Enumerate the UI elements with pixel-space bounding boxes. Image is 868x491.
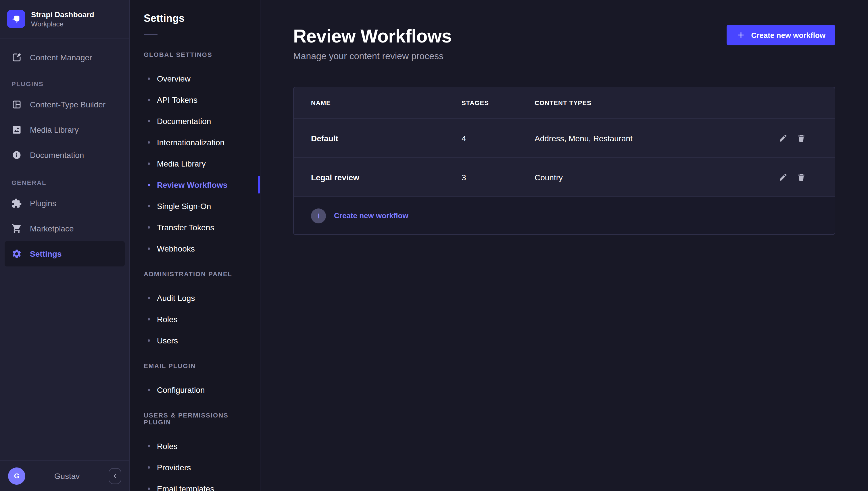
chevron-left-icon — [111, 472, 118, 479]
collapse-sidebar-button[interactable] — [109, 468, 121, 484]
main-content: Review Workflows Manage your content rev… — [261, 0, 868, 491]
bullet-icon — [148, 183, 150, 186]
sidebar-item-documentation[interactable]: Documentation — [5, 142, 125, 168]
trash-icon — [797, 134, 806, 143]
subnav-divider — [144, 34, 158, 35]
bullet-icon — [148, 297, 150, 299]
subnav-item-single-sign-on[interactable]: Single Sign-On — [130, 195, 260, 216]
subnav-section-administration-panel: ADMINISTRATION PANEL — [130, 270, 260, 278]
table-row[interactable]: Default 4 Address, Menu, Restaurant — [294, 118, 835, 157]
page-subtitle: Manage your content review process — [293, 51, 835, 62]
subnav-item-transfer-tokens[interactable]: Transfer Tokens — [130, 216, 260, 238]
workflow-content-types: Address, Menu, Restaurant — [535, 134, 754, 143]
main-sidebar: Strapi Dashboard Workplace Content Manag… — [0, 0, 130, 491]
subnav-section-email-plugin: EMAIL PLUGIN — [130, 363, 260, 369]
subnav-item-webhooks[interactable]: Webhooks — [130, 238, 260, 259]
bullet-icon — [148, 205, 150, 207]
settings-subnav: Settings GLOBAL SETTINGS Overview API To… — [130, 0, 261, 491]
sidebar-item-label: Media Library — [30, 125, 79, 134]
subnav-item-providers[interactable]: Providers — [130, 457, 260, 478]
sidebar-item-media-library[interactable]: Media Library — [5, 117, 125, 142]
subnav-item-audit-logs[interactable]: Audit Logs — [130, 287, 260, 308]
bullet-icon — [148, 247, 150, 250]
subnav-item-media-library[interactable]: Media Library — [130, 153, 260, 174]
column-header-name: NAME — [311, 99, 462, 106]
brand: Strapi Dashboard Workplace — [0, 0, 129, 38]
table-header-row: NAME STAGES CONTENT TYPES — [294, 87, 835, 118]
subnav-section-users-permissions-plugin: USERS & PERMISSIONS PLUGIN — [130, 412, 260, 426]
sidebar-item-label: Plugins — [30, 199, 56, 208]
bullet-icon — [148, 339, 150, 341]
sidebar-section-plugins: PLUGINS — [0, 80, 129, 87]
workflow-name: Legal review — [311, 173, 462, 182]
subnav-item-email-templates[interactable]: Email templates — [130, 478, 260, 491]
subnav-item-configuration[interactable]: Configuration — [130, 379, 260, 400]
sidebar-item-label: Marketplace — [30, 224, 74, 233]
edit-workflow-button[interactable] — [778, 173, 788, 182]
bullet-icon — [148, 120, 150, 122]
sidebar-item-marketplace[interactable]: Marketplace — [5, 216, 125, 241]
footer-create-label: Create new workflow — [334, 211, 408, 220]
delete-workflow-button[interactable] — [797, 173, 806, 182]
bullet-icon — [148, 141, 150, 143]
bullet-icon — [148, 487, 150, 490]
sidebar-item-label: Content Manager — [30, 53, 92, 62]
subnav-item-up-roles[interactable]: Roles — [130, 435, 260, 457]
bullet-icon — [148, 226, 150, 228]
create-workflow-button[interactable]: Create new workflow — [726, 25, 835, 46]
trash-icon — [797, 173, 806, 182]
user-name: Gustav — [30, 471, 104, 480]
bullet-icon — [148, 77, 150, 80]
workflows-table: NAME STAGES CONTENT TYPES Default 4 Addr… — [293, 87, 835, 235]
subnav-item-overview[interactable]: Overview — [130, 68, 260, 89]
workflow-stages: 3 — [462, 173, 535, 182]
pencil-icon — [778, 134, 788, 143]
subnav-item-users[interactable]: Users — [130, 329, 260, 351]
strapi-logo-icon — [7, 10, 25, 28]
subnav-item-review-workflows[interactable]: Review Workflows — [130, 174, 260, 195]
subnav-item-roles[interactable]: Roles — [130, 308, 260, 329]
subnav-item-documentation[interactable]: Documentation — [130, 110, 260, 132]
table-row[interactable]: Legal review 3 Country — [294, 157, 835, 196]
subnav-item-api-tokens[interactable]: API Tokens — [130, 89, 260, 110]
workflow-name: Default — [311, 134, 462, 143]
sidebar-section-general: GENERAL — [0, 179, 129, 186]
cart-icon — [11, 223, 22, 234]
edit-workflow-button[interactable] — [778, 134, 788, 143]
table-footer-create-workflow[interactable]: Create new workflow — [294, 196, 835, 234]
bullet-icon — [148, 318, 150, 320]
delete-workflow-button[interactable] — [797, 134, 806, 143]
app-window: Strapi Dashboard Workplace Content Manag… — [0, 0, 868, 491]
subnav-title: Settings — [144, 12, 246, 25]
gear-icon — [11, 249, 22, 259]
workflow-stages: 4 — [462, 134, 535, 143]
subnav-item-internationalization[interactable]: Internationalization — [130, 132, 260, 153]
sidebar-item-content-type-builder[interactable]: Content-Type Builder — [5, 92, 125, 117]
user-row[interactable]: G Gustav — [0, 460, 129, 491]
column-header-stages: STAGES — [462, 99, 535, 106]
column-header-content-types: CONTENT TYPES — [535, 99, 754, 106]
sidebar-item-settings[interactable]: Settings — [5, 241, 125, 266]
bullet-icon — [148, 466, 150, 468]
info-circle-icon — [11, 150, 22, 160]
brand-title: Strapi Dashboard — [31, 10, 94, 19]
workflow-content-types: Country — [535, 173, 754, 182]
bullet-icon — [148, 162, 150, 165]
bullet-icon — [148, 98, 150, 101]
bullet-icon — [148, 445, 150, 447]
image-icon — [11, 125, 22, 135]
sidebar-item-content-manager[interactable]: Content Manager — [5, 45, 125, 70]
edit-square-icon — [11, 52, 22, 63]
sidebar-item-plugins[interactable]: Plugins — [5, 191, 125, 216]
sidebar-item-label: Content-Type Builder — [30, 100, 106, 109]
puzzle-icon — [11, 198, 22, 208]
plus-circle-icon — [311, 208, 326, 223]
layout-icon — [11, 99, 22, 110]
pencil-icon — [778, 173, 788, 182]
brand-subtitle: Workplace — [31, 20, 94, 28]
avatar: G — [8, 467, 25, 484]
bullet-icon — [148, 388, 150, 391]
subnav-section-global-settings: GLOBAL SETTINGS — [130, 51, 260, 58]
sidebar-item-label: Settings — [30, 249, 61, 258]
plus-icon — [736, 30, 745, 40]
